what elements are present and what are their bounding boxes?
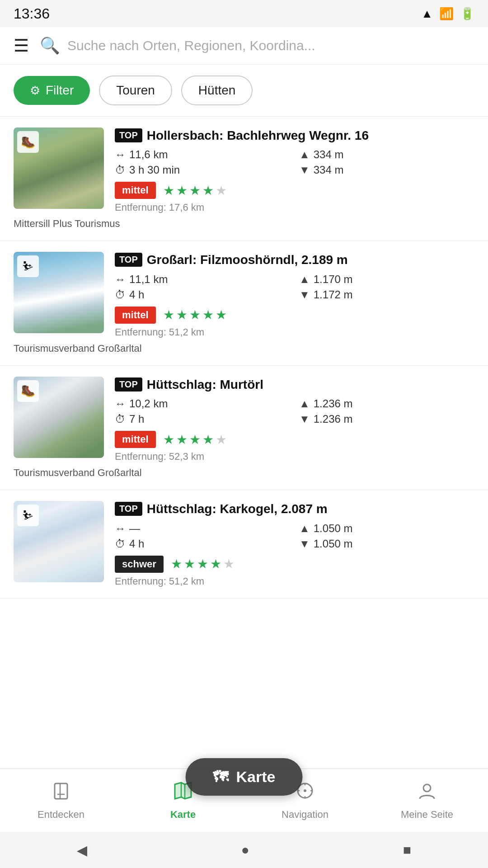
tour-image: 🥾 xyxy=(14,127,104,209)
tour-row: ⛷ TOP Hüttschlag: Karkogel, 2.087 m ↔ — … xyxy=(14,501,474,587)
duration-icon: ⏱ xyxy=(115,288,126,301)
duration-icon: ⏱ xyxy=(115,538,126,550)
stat-duration: ⏱ 4 h xyxy=(115,288,290,301)
filter-icon: ⚙ xyxy=(30,84,40,98)
stat-elevation-down: ▼ 1.236 m xyxy=(299,413,474,425)
stat-elevation-up: ▲ 1.170 m xyxy=(299,273,474,286)
tour-stats: ↔ 10,2 km ▲ 1.236 m ⏱ 7 h ▼ 1.236 m xyxy=(115,397,474,425)
tour-title-row: TOP Hüttschlag: Murtörl xyxy=(115,377,474,393)
tour-provider: Tourismusverband Großarltal xyxy=(14,343,474,354)
filter-bar: ⚙ Filter Touren Hütten xyxy=(0,65,488,117)
filter-button[interactable]: ⚙ Filter xyxy=(14,76,90,105)
stat-elevation-down: ▼ 1.050 m xyxy=(299,538,474,550)
touren-label: Touren xyxy=(116,83,155,97)
stat-distance: ↔ 10,2 km xyxy=(115,397,290,410)
android-home-button[interactable]: ● xyxy=(241,842,249,858)
elevation-down-icon: ▼ xyxy=(299,288,310,301)
tour-list: 🥾 TOP Hollersbach: Bachlehrweg Wegnr. 16… xyxy=(0,117,488,599)
tour-row: 🥾 TOP Hollersbach: Bachlehrweg Wegnr. 16… xyxy=(14,127,474,213)
difficulty-badge: mittel xyxy=(115,307,156,324)
tour-category-icon: 🥾 xyxy=(17,380,39,402)
duration-value: 4 h xyxy=(129,538,144,550)
tour-stats: ↔ 11,6 km ▲ 334 m ⏱ 3 h 30 min ▼ 334 m xyxy=(115,148,474,176)
duration-value: 4 h xyxy=(129,288,144,301)
tour-item[interactable]: ⛷ TOP Hüttschlag: Karkogel, 2.087 m ↔ — … xyxy=(0,490,488,598)
tour-item[interactable]: 🥾 TOP Hollersbach: Bachlehrweg Wegnr. 16… xyxy=(0,117,488,241)
search-placeholder: Suche nach Orten, Regionen, Koordina... xyxy=(67,38,315,53)
duration-value: 3 h 30 min xyxy=(129,164,180,176)
stat-distance: ↔ 11,1 km xyxy=(115,273,290,286)
tour-bottom: schwer ★★★★★ xyxy=(115,556,474,573)
badge-top: TOP xyxy=(115,253,142,267)
tour-category-icon: ⛷ xyxy=(17,505,39,526)
elevation-up-value: 1.236 m xyxy=(314,397,353,410)
tour-info: TOP Hüttschlag: Karkogel, 2.087 m ↔ — ▲ … xyxy=(115,501,474,587)
tour-title-row: TOP Großarl: Filzmooshörndl, 2.189 m xyxy=(115,252,474,268)
svg-point-12 xyxy=(423,784,431,792)
elevation-up-value: 1.170 m xyxy=(314,273,353,286)
tour-image: ⛷ xyxy=(14,501,104,582)
elevation-down-value: 1.236 m xyxy=(314,413,353,425)
touren-pill[interactable]: Touren xyxy=(99,75,172,105)
nav-icon-meine-seite xyxy=(417,781,437,805)
badge-top: TOP xyxy=(115,128,142,142)
tour-image: 🥾 xyxy=(14,377,104,458)
stat-duration: ⏱ 4 h xyxy=(115,538,290,550)
status-time: 13:36 xyxy=(14,5,50,22)
duration-icon: ⏱ xyxy=(115,413,126,425)
stat-duration: ⏱ 3 h 30 min xyxy=(115,164,290,176)
stat-elevation-down: ▼ 1.172 m xyxy=(299,288,474,301)
distance-icon: ↔ xyxy=(115,148,126,161)
elevation-down-value: 334 m xyxy=(314,164,344,176)
search-bar[interactable]: 🔍 Suche nach Orten, Regionen, Koordina..… xyxy=(40,36,474,55)
stat-elevation-up: ▲ 334 m xyxy=(299,148,474,161)
menu-icon[interactable]: ☰ xyxy=(14,37,29,54)
stat-distance: ↔ — xyxy=(115,522,290,535)
tour-image: ⛷ xyxy=(14,252,104,333)
tour-info: TOP Hüttschlag: Murtörl ↔ 10,2 km ▲ 1.23… xyxy=(115,377,474,462)
distance-value: 11,6 km xyxy=(129,148,168,161)
tour-row: 🥾 TOP Hüttschlag: Murtörl ↔ 10,2 km ▲ 1.… xyxy=(14,377,474,462)
nav-label-navigation: Navigation xyxy=(282,809,328,821)
battery-icon: 🔋 xyxy=(460,7,474,21)
nav-item-meine-seite[interactable]: Meine Seite xyxy=(366,769,488,832)
elevation-up-value: 334 m xyxy=(314,148,344,161)
tour-item[interactable]: ⛷ TOP Großarl: Filzmooshörndl, 2.189 m ↔… xyxy=(0,241,488,365)
nav-label-entdecken: Entdecken xyxy=(38,809,84,821)
svg-rect-0 xyxy=(55,783,67,799)
distance-label: Entfernung: 51,2 km xyxy=(115,326,474,338)
distance-label: Entfernung: 17,6 km xyxy=(115,202,474,213)
floating-karte-button[interactable]: 🗺 Karte xyxy=(186,758,303,796)
android-back-button[interactable]: ◀ xyxy=(77,842,87,858)
elevation-up-icon: ▲ xyxy=(299,522,310,535)
tour-title-row: TOP Hüttschlag: Karkogel, 2.087 m xyxy=(115,501,474,517)
elevation-down-value: 1.050 m xyxy=(314,538,353,550)
tour-title: Großarl: Filzmooshörndl, 2.189 m xyxy=(147,252,348,268)
distance-value: 11,1 km xyxy=(129,273,168,286)
tour-provider: Mittersill Plus Tourismus xyxy=(14,218,474,230)
android-recent-button[interactable]: ■ xyxy=(403,842,411,858)
status-bar: 13:36 ▲ 📶 🔋 xyxy=(0,0,488,27)
stat-duration: ⏱ 7 h xyxy=(115,413,290,425)
elevation-up-icon: ▲ xyxy=(299,273,310,286)
stat-distance: ↔ 11,6 km xyxy=(115,148,290,161)
distance-icon: ↔ xyxy=(115,397,126,410)
nav-item-entdecken[interactable]: Entdecken xyxy=(0,769,122,832)
difficulty-badge: mittel xyxy=(115,431,156,448)
duration-icon: ⏱ xyxy=(115,164,126,176)
stat-elevation-up: ▲ 1.050 m xyxy=(299,522,474,535)
huetten-pill[interactable]: Hütten xyxy=(181,75,253,105)
tour-bottom: mittel ★★★★★ xyxy=(115,182,474,199)
tour-stats: ↔ 11,1 km ▲ 1.170 m ⏱ 4 h ▼ 1.172 m xyxy=(115,273,474,301)
filter-label: Filter xyxy=(46,83,74,98)
elevation-up-icon: ▲ xyxy=(299,397,310,410)
tour-provider: Tourismusverband Großarltal xyxy=(14,467,474,479)
tour-item[interactable]: 🥾 TOP Hüttschlag: Murtörl ↔ 10,2 km ▲ 1.… xyxy=(0,366,488,490)
tour-row: ⛷ TOP Großarl: Filzmooshörndl, 2.189 m ↔… xyxy=(14,252,474,338)
wifi-icon: ▲ xyxy=(421,7,433,21)
search-icon: 🔍 xyxy=(40,36,60,55)
difficulty-badge: schwer xyxy=(115,556,164,573)
android-nav-bar: ◀ ● ■ xyxy=(0,832,488,868)
elevation-down-icon: ▼ xyxy=(299,413,310,425)
badge-top: TOP xyxy=(115,377,142,392)
